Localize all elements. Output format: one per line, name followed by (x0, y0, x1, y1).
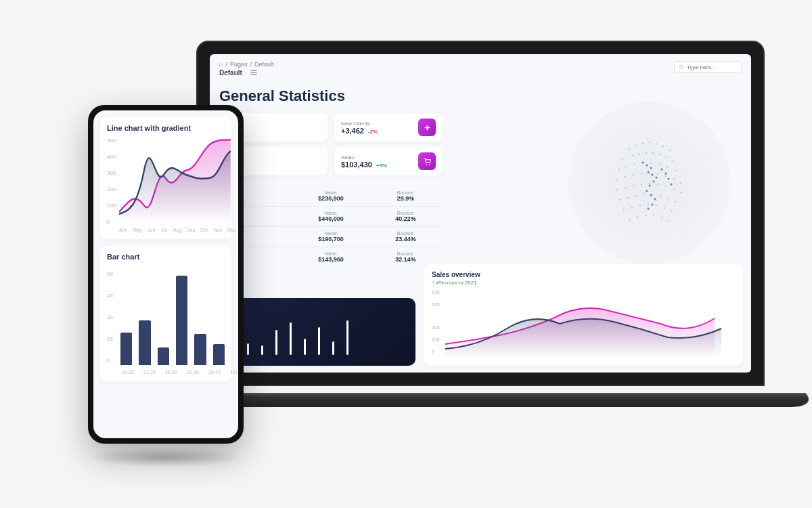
svg-point-19 (652, 152, 654, 154)
svg-point-61 (656, 205, 657, 206)
svg-point-54 (660, 195, 661, 196)
svg-point-39 (680, 182, 681, 184)
svg-point-59 (639, 205, 641, 206)
svg-point-47 (673, 188, 675, 190)
svg-point-23 (618, 169, 620, 170)
svg-point-66 (645, 215, 646, 216)
dashboard-app: ⌂ / Pages / Default Default General Stat… (210, 54, 751, 373)
stats-table: Sales:2500 Value:$230,900 Bounce:29.9% S… (219, 186, 443, 267)
svg-point-69 (668, 220, 669, 221)
svg-point-22 (673, 161, 674, 162)
bar-chart: 60 45 30 15 0 16-20 21-25 26-30 31-36 36… (107, 266, 225, 375)
svg-point-46 (665, 186, 667, 187)
bar-chart-title: Bar chart (107, 253, 225, 261)
svg-point-33 (633, 174, 634, 175)
globe-visualization[interactable] (562, 95, 738, 271)
svg-point-25 (634, 164, 635, 165)
svg-point-81 (652, 204, 654, 206)
svg-point-24 (625, 166, 627, 167)
svg-point-52 (644, 194, 645, 195)
svg-point-86 (671, 184, 673, 186)
table-row[interactable]: Sales:1.400 Value:$190,700 Bounce:23.44% (219, 226, 443, 247)
table-row[interactable]: Sales:3.900 Value:$440,000 Bounce:40.22% (219, 206, 443, 226)
svg-point-65 (637, 216, 638, 217)
stat-value: +3,462 -2% (341, 127, 413, 135)
svg-point-15 (622, 158, 623, 160)
search-icon (679, 64, 684, 70)
svg-point-5 (426, 164, 427, 165)
svg-point-55 (668, 198, 669, 199)
svg-point-57 (623, 209, 625, 211)
dark-bars-chart[interactable] (219, 298, 415, 366)
svg-point-37 (665, 175, 667, 177)
line-chart-card[interactable]: Line chart with gradient 500 400 300 200… (100, 117, 231, 239)
svg-point-44 (649, 183, 650, 184)
svg-point-80 (654, 198, 656, 200)
svg-point-56 (675, 201, 676, 203)
svg-point-29 (667, 167, 668, 168)
svg-point-38 (673, 178, 675, 179)
svg-point-51 (635, 195, 637, 196)
svg-point-45 (657, 184, 658, 185)
line-chart-title: Line chart with gradient (107, 124, 225, 132)
svg-point-49 (619, 199, 621, 200)
cart-icon (418, 152, 436, 170)
page-subtitle: Default (219, 68, 742, 78)
svg-point-30 (675, 170, 676, 171)
svg-point-50 (627, 197, 629, 198)
svg-point-40 (616, 189, 618, 190)
svg-point-78 (646, 190, 648, 192)
svg-point-35 (649, 173, 650, 174)
svg-point-67 (653, 215, 654, 216)
search-input[interactable] (674, 61, 742, 73)
svg-point-82 (648, 208, 650, 210)
svg-point-16 (632, 155, 633, 156)
stat-sales[interactable]: Sales $103,430 +5% (334, 147, 443, 175)
bar-chart-card[interactable]: Bar chart 60 45 30 15 0 16-20 21-25 26-3… (100, 246, 231, 381)
svg-point-77 (649, 185, 651, 187)
svg-point-10 (642, 143, 644, 144)
sales-overview-card[interactable]: Sales overview 4% more in 2021 600 500 3… (424, 264, 743, 366)
svg-point-8 (629, 148, 630, 150)
menu-icon[interactable] (250, 68, 258, 78)
svg-point-28 (658, 164, 660, 165)
stat-new-clients[interactable]: New Clients +3,462 -2% (334, 113, 443, 142)
svg-point-12 (656, 143, 657, 144)
stat-value: $103,430 +5% (341, 161, 413, 169)
phone-mockup: Line chart with gradient 500 400 300 200… (88, 105, 244, 444)
svg-point-70 (642, 162, 644, 164)
svg-point-13 (662, 146, 664, 147)
svg-point-83 (661, 169, 663, 171)
svg-point-73 (648, 171, 650, 173)
svg-point-79 (650, 194, 652, 196)
svg-point-27 (650, 163, 652, 164)
svg-point-58 (631, 207, 633, 208)
svg-point-76 (653, 181, 655, 183)
stat-label: New Clients (341, 121, 413, 127)
table-row[interactable]: Sales:562 Value:$143,960 Bounce:32.14% (219, 247, 443, 267)
phone-shadow (88, 447, 244, 467)
laptop-frame: ⌂ / Pages / Default Default General Stat… (196, 41, 765, 386)
svg-point-72 (650, 167, 652, 169)
phone-app: Line chart with gradient 500 400 300 200… (93, 110, 238, 438)
sales-area-chart: 600 500 300 200 0 (432, 290, 735, 358)
laptop-mockup: ⌂ / Pages / Default Default General Stat… (196, 41, 765, 420)
svg-point-31 (616, 179, 618, 180)
svg-point-3 (679, 65, 683, 68)
breadcrumb-current: Default (254, 61, 274, 68)
add-icon (418, 119, 436, 136)
svg-point-62 (664, 207, 665, 209)
svg-point-41 (625, 187, 626, 188)
svg-point-17 (639, 154, 640, 155)
svg-point-11 (649, 142, 650, 143)
search-field[interactable] (687, 64, 734, 70)
breadcrumb[interactable]: ⌂ / Pages / Default (219, 61, 742, 68)
home-icon: ⌂ (219, 61, 223, 68)
svg-point-32 (625, 176, 626, 177)
table-row[interactable]: Sales:2500 Value:$230,900 Bounce:29.9% (219, 186, 443, 206)
breadcrumb-pages[interactable]: Pages (230, 61, 248, 68)
svg-point-20 (659, 154, 660, 155)
svg-point-42 (633, 185, 634, 186)
svg-point-63 (671, 211, 672, 212)
svg-point-9 (635, 145, 637, 146)
